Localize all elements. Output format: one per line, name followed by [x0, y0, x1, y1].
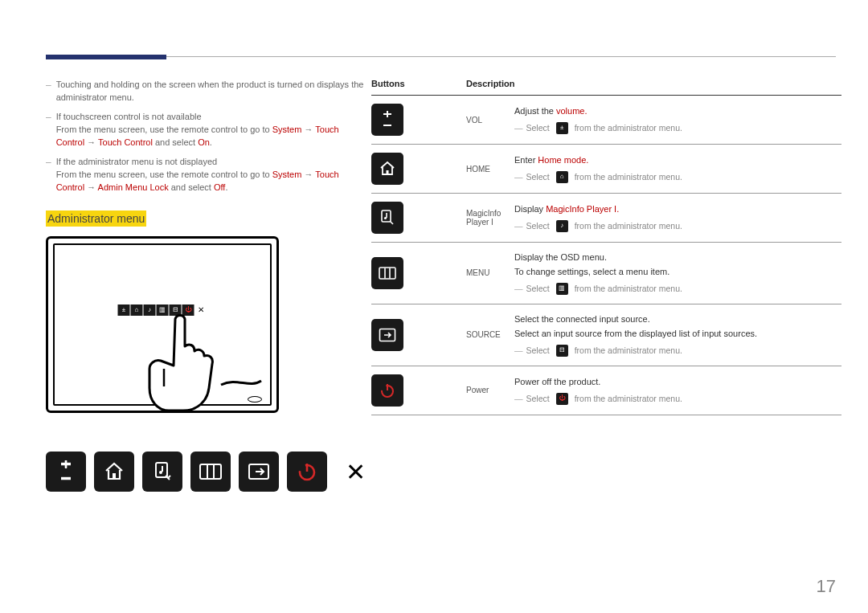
power-icon [287, 452, 327, 492]
btn-label: MagicInfo Player I [466, 209, 514, 227]
note-2-title: If touchscreen control is not available [56, 112, 202, 121]
desc-a: Power off the product. [514, 375, 841, 390]
tiny-volume-icon: ± [556, 122, 568, 134]
big-icon-row: ✕ [46, 452, 375, 492]
home-icon [371, 153, 403, 185]
svg-point-5 [159, 471, 162, 474]
desc-a: Enter [514, 155, 538, 165]
home-icon [94, 452, 134, 492]
desc-a: Display the OSD menu. [514, 251, 841, 265]
note-2-body-a: From the menu screen, use the remote con… [56, 125, 272, 134]
note-b: from the administrator menu. [575, 344, 682, 358]
note-icon [142, 452, 182, 492]
tiny-menu-icon: ▥ [556, 283, 568, 295]
tiny-source-icon: ⊟ [556, 345, 568, 357]
note-a: Select [526, 170, 550, 184]
dash-icon: ― [46, 111, 51, 149]
svg-point-17 [384, 217, 387, 219]
note-a: Select [526, 121, 550, 135]
dash-icon: ― [46, 79, 51, 104]
note-2-body-b: and select [155, 137, 198, 147]
th-description: Description [466, 79, 841, 88]
buttons-table: Buttons Description VOL Adjust the volum… [371, 79, 841, 415]
note-a: Select [526, 282, 550, 296]
table-row: HOME Enter Home mode. ―Select ⌂ from the… [371, 145, 841, 194]
desc-b: MagicInfo Player I. [546, 204, 619, 214]
power-icon [371, 374, 403, 407]
note-3: ― If the administrator menu is not displ… [46, 156, 366, 194]
tiny-note-icon: ♪ [556, 220, 568, 232]
th-buttons: Buttons [371, 79, 466, 88]
desc-a: Select the connected input source. [514, 313, 841, 327]
svg-rect-15 [387, 170, 389, 174]
tiny-home-icon: ⌂ [556, 171, 568, 183]
source-icon [371, 319, 403, 351]
svg-rect-3 [113, 473, 116, 479]
mini-volume-icon: ± [118, 304, 130, 316]
header-accent [46, 55, 166, 59]
desc-b: Home mode. [538, 155, 588, 165]
menu-icon [371, 257, 403, 289]
note-icon [371, 202, 403, 234]
btn-label: MENU [466, 268, 514, 277]
close-icon: ✕ [335, 452, 375, 492]
menu-icon [190, 452, 231, 492]
left-column: ― Touching and holding on the screen whe… [46, 79, 366, 413]
btn-label: VOL [466, 116, 514, 125]
page-number: 17 [817, 576, 836, 597]
note-b: from the administrator menu. [575, 219, 682, 233]
btn-label: Power [466, 386, 514, 394]
desc-b: volume. [556, 106, 588, 116]
desc-a: Adjust the [514, 106, 556, 116]
svg-rect-18 [379, 268, 395, 279]
note-a: Select [526, 219, 550, 233]
btn-label: SOURCE [466, 330, 514, 339]
desc-a: Display [514, 204, 546, 214]
svg-rect-6 [200, 464, 221, 479]
note-a: Select [526, 344, 550, 358]
sensor-icon [248, 396, 262, 403]
btn-label: HOME [466, 165, 514, 174]
volume-icon [371, 104, 403, 136]
hand-icon [145, 313, 265, 417]
table-row: VOL Adjust the volume. ―Select ± from th… [371, 96, 841, 145]
tiny-power-icon: ⏻ [556, 393, 568, 405]
note-3-body-a: From the menu screen, use the remote con… [56, 170, 272, 179]
dash-icon: ― [46, 156, 51, 194]
note-3-title: If the administrator menu is not display… [56, 157, 218, 166]
note-3-body-b: and select [171, 182, 214, 192]
source-icon [239, 452, 279, 492]
note-2: ― If touchscreen control is not availabl… [46, 111, 366, 149]
table-row: SOURCE Select the connected input source… [371, 304, 841, 366]
note-a: Select [526, 392, 550, 406]
desc-b: Select an input source from the displaye… [514, 327, 841, 341]
table-row: MENU Display the OSD menu. To change set… [371, 243, 841, 304]
volume-icon [46, 452, 86, 492]
table-header: Buttons Description [371, 79, 841, 96]
screen-illustration: ± ⌂ ♪ ▥ ⊟ ⏻ ✕ [46, 236, 279, 413]
mini-home-icon: ⌂ [131, 304, 143, 316]
note-1: ― Touching and holding on the screen whe… [46, 79, 366, 104]
desc-b: To change settings, select a menu item. [514, 265, 841, 280]
note-b: from the administrator menu. [575, 121, 682, 135]
note-b: from the administrator menu. [575, 170, 682, 184]
note-b: from the administrator menu. [575, 392, 682, 406]
table-row: MagicInfo Player I Display MagicInfo Pla… [371, 194, 841, 243]
note-b: from the administrator menu. [575, 282, 682, 296]
table-row: Power Power off the product. ―Select ⏻ f… [371, 366, 841, 415]
note-1-text: Touching and holding on the screen when … [56, 79, 366, 104]
admin-menu-highlight: Administrator menu [46, 210, 146, 227]
